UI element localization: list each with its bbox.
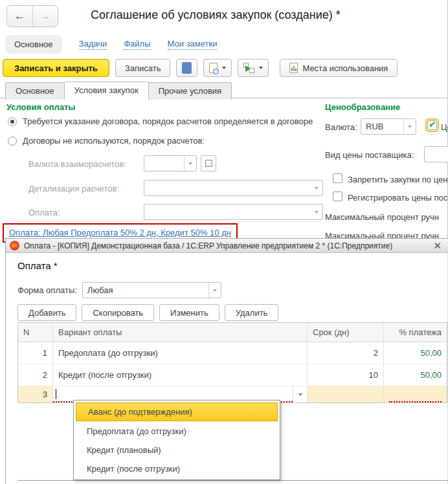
pricing-section-title: Ценообразование [325, 102, 400, 112]
col-header-term[interactable]: Срок (дн) [308, 323, 384, 342]
cell-variant: Кредит (после отгрузки) [53, 364, 308, 386]
chevron-down-icon[interactable] [310, 204, 322, 219]
create-based-on-button[interactable] [238, 59, 269, 77]
usage-places-button[interactable]: Места использования [280, 59, 398, 77]
tabstrip: Основное Условия закупок Прочие условия [5, 82, 231, 100]
dropdown-item[interactable]: Кредит (плановый) [75, 441, 278, 459]
payment-form-select[interactable]: Любая [82, 282, 221, 298]
dialog-title: Оплата - [КОПИЯ] Демонстрационная база /… [24, 241, 427, 250]
document-clock-icon [209, 63, 218, 73]
radio-contract-required[interactable]: Требуется указание договора, порядок рас… [8, 116, 313, 126]
price-includes-label: Це [441, 122, 448, 132]
usage-places-label: Места использования [302, 63, 388, 73]
usage-places-icon [289, 63, 298, 73]
dialog-titlebar[interactable]: 1С Оплата - [КОПИЯ] Демонстрационная баз… [6, 238, 448, 253]
app-window: ← → Соглашение об условиях закупок (созд… [0, 0, 448, 484]
nav-tab-main[interactable]: Основное [5, 35, 62, 54]
cell-n: 2 [18, 364, 53, 386]
chevron-down-icon [222, 67, 226, 69]
table-command-bar: Добавить Скопировать Изменить Удалить [17, 304, 278, 321]
radio-no-contracts[interactable]: Договоры не используются, порядок расчет… [8, 136, 205, 146]
chevron-down-icon[interactable] [293, 386, 307, 402]
chevron-down-icon[interactable] [403, 119, 416, 134]
close-icon[interactable]: ✕ [432, 241, 443, 250]
list-icon [182, 62, 192, 74]
payment-summary-link[interactable]: Оплата: Любая Предоплата 50% 2 дн, Креди… [9, 228, 231, 237]
tab-main[interactable]: Основное [5, 82, 65, 100]
chevron-down-icon[interactable] [184, 156, 196, 171]
create-based-on-icon [243, 63, 254, 73]
currency-field[interactable]: RUB [361, 118, 416, 135]
nav-links-row: Основное Задачи Файлы Мои заметки [5, 35, 217, 54]
forbid-purchases-label: Запретить закупки по цен [348, 175, 447, 184]
register-prices-label: Регистрировать цены пост [348, 193, 448, 203]
payment-form-value: Любая [87, 285, 113, 295]
tab-purchase-terms[interactable]: Условия закупок [64, 82, 149, 100]
dropdown-item[interactable]: Предоплата (до отгрузки) [75, 422, 278, 441]
cell-percent: 50,00 [384, 364, 447, 386]
payment-label: Оплата: [28, 208, 60, 217]
price-includes-checkbox[interactable] [427, 120, 437, 130]
settlement-details-label: Детализация расчетов: [28, 184, 119, 193]
table-header-row: N Вариант оплаты Срок (дн) % платежа [18, 323, 447, 342]
nav-tab-notes[interactable]: Мои заметки [168, 39, 218, 50]
chevron-down-icon [259, 67, 263, 69]
nav-tab-files[interactable]: Файлы [124, 39, 150, 50]
radio-selected-icon[interactable] [8, 117, 17, 126]
chevron-down-icon[interactable] [208, 283, 221, 298]
col-header-percent[interactable]: % платежа [384, 323, 447, 342]
nav-tab-tasks[interactable]: Задачи [79, 39, 107, 50]
required-field-underline [389, 386, 442, 402]
dropdown-item[interactable]: Кредит (после отгрузки) [75, 459, 278, 478]
payment-form-row: Форма оплаты: Любая [17, 282, 221, 298]
1c-logo-icon: 1С [10, 241, 19, 250]
table-row[interactable]: 1 Предоплата (до отгрузки) 2 50,00 [18, 342, 447, 364]
radio-contract-label: Требуется указание договора, порядок рас… [23, 116, 313, 126]
page-title: Соглашение об условиях закупок (создание… [91, 8, 341, 22]
dialog-bottom-divider [17, 480, 448, 481]
dropdown-item[interactable]: Аванс (до подтверждения) [76, 402, 278, 421]
payment-terms-section-title: Условия оплаты [6, 102, 75, 112]
vendor-price-label: Вид цены поставщика: [325, 150, 414, 160]
toolbar: Записать и закрыть Записать Места исполь… [3, 59, 398, 77]
history-dropdown-button[interactable] [203, 59, 232, 77]
cell-variant: Предоплата (до отгрузки) [53, 342, 308, 364]
save-close-button[interactable]: Записать и закрыть [3, 59, 109, 77]
settlement-details-field[interactable] [144, 180, 323, 196]
copy-button[interactable]: Скопировать [82, 304, 154, 321]
table-row[interactable]: 2 Кредит (после отгрузки) 10 50,00 [18, 364, 447, 386]
save-button[interactable]: Записать [115, 59, 171, 77]
chevron-down-icon[interactable] [310, 181, 322, 195]
max-percent-label-1: Максимальный процент ручн [325, 212, 439, 222]
report-structure-button[interactable] [176, 59, 197, 77]
cell-n: 1 [18, 342, 53, 364]
register-prices-checkbox[interactable] [333, 192, 342, 201]
forbid-purchases-checkbox[interactable] [333, 173, 342, 183]
cell-percent: 50,00 [384, 342, 447, 364]
col-header-n[interactable]: N [18, 323, 53, 342]
currency-value: RUB [366, 122, 383, 131]
payment-options-table: N Вариант оплаты Срок (дн) % платежа 1 П… [17, 322, 447, 403]
col-header-variant[interactable]: Вариант оплаты [53, 323, 308, 342]
back-button[interactable]: ← [7, 6, 32, 27]
mutual-currency-open-button[interactable] [201, 155, 216, 171]
tab-other-terms[interactable]: Прочие условия [148, 82, 232, 100]
mutual-currency-label: Валюта взаиморасчетов: [28, 159, 126, 169]
payment-variant-dropdown: Аванс (до подтверждения) Предоплата (до … [73, 400, 280, 480]
add-button[interactable]: Добавить [17, 304, 76, 321]
mutual-currency-field[interactable] [144, 155, 197, 171]
delete-button[interactable]: Удалить [225, 304, 279, 321]
payment-form-label: Форма оплаты: [17, 285, 77, 295]
cell-term: 10 [308, 364, 384, 386]
history-nav-group: ← → [6, 5, 58, 27]
vendor-price-field[interactable] [424, 146, 448, 162]
radio-unselected-icon[interactable] [8, 137, 17, 146]
edit-button[interactable]: Изменить [159, 304, 219, 321]
forward-button[interactable]: → [32, 6, 58, 27]
dialog-heading: Оплата * [17, 260, 58, 271]
payment-field[interactable] [144, 204, 323, 220]
cell-term: 2 [308, 342, 384, 364]
percent-edit-cell[interactable] [384, 386, 447, 402]
text-caret [56, 389, 56, 399]
term-edit-cell[interactable] [308, 386, 384, 402]
